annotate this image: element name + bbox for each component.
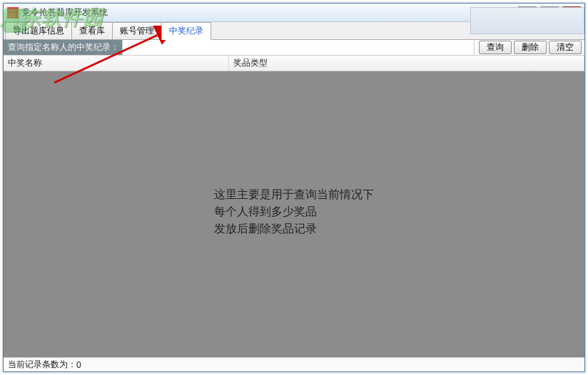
hint-line-3: 发放后删除奖品记录 — [214, 220, 374, 237]
window-title: 竞令抢答题库开发系统 — [22, 6, 517, 19]
search-input[interactable] — [122, 40, 475, 55]
column-prize-type[interactable]: 奖品类型 — [229, 56, 584, 71]
clear-button[interactable]: 清空 — [549, 41, 582, 54]
tab-panel: 查询指定名称人的中奖纪录： 查询 删除 清空 中奖名称 奖品类型 这里主要是用于… — [4, 39, 584, 357]
column-award-name[interactable]: 中奖名称 — [4, 56, 229, 71]
tab-export-questions[interactable]: 导出题库信息 — [5, 22, 72, 39]
app-icon — [7, 7, 19, 19]
table-body: 这里主要是用于查询当前情况下 每个人得到多少奖品 发放后删除奖品记录 — [4, 71, 584, 357]
status-prefix: 当前记录条数为： — [8, 359, 76, 371]
tab-account-manage[interactable]: 账号管理 — [112, 22, 162, 39]
query-button[interactable]: 查询 — [479, 41, 512, 54]
status-bar: 当前记录条数为： 0 — [4, 357, 584, 371]
hint-text: 这里主要是用于查询当前情况下 每个人得到多少奖品 发放后删除奖品记录 — [214, 186, 374, 237]
action-buttons: 查询 删除 清空 — [475, 40, 584, 55]
search-row: 查询指定名称人的中奖纪录： 查询 删除 清空 — [4, 40, 584, 56]
hint-line-1: 这里主要是用于查询当前情况下 — [214, 186, 374, 203]
hint-line-2: 每个人得到多少奖品 — [214, 203, 374, 220]
app-window: 竞令抢答题库开发系统 导出题库信息 查看库 账号管理 中奖纪录 查询指定名称人的… — [3, 3, 585, 372]
search-label: 查询指定名称人的中奖纪录： — [4, 40, 122, 55]
decor-panel — [470, 7, 584, 34]
tab-award-record[interactable]: 中奖纪录 — [161, 22, 211, 40]
tab-bar: 导出题库信息 查看库 账号管理 中奖纪录 — [4, 22, 584, 39]
tab-view-library[interactable]: 查看库 — [71, 22, 113, 39]
status-count: 0 — [76, 360, 81, 370]
delete-button[interactable]: 删除 — [514, 41, 547, 54]
table-header: 中奖名称 奖品类型 — [4, 56, 584, 71]
